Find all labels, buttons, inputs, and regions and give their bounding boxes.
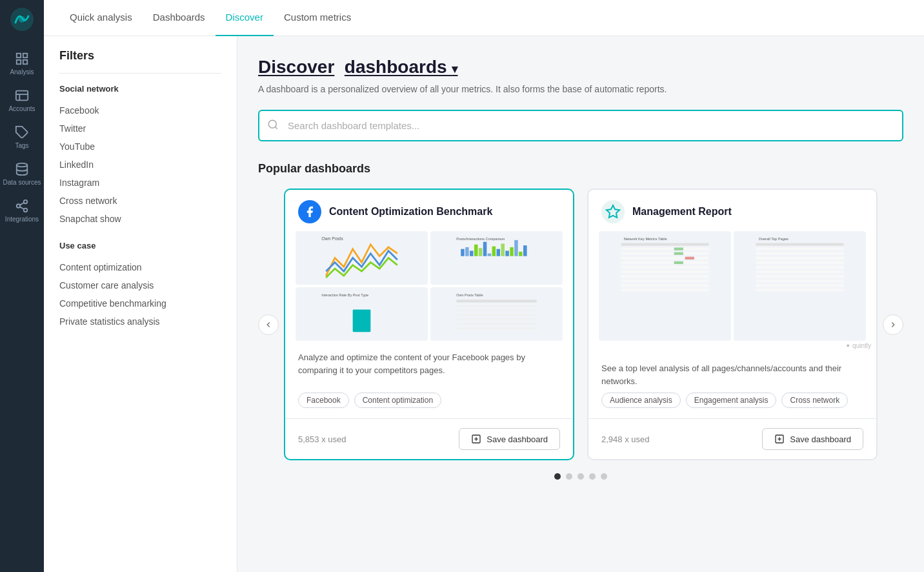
filter-competitive[interactable]: Competitive benchmarking: [59, 294, 221, 312]
carousel-next-button[interactable]: [883, 314, 903, 335]
card-description: Analyze and optimize the content of your…: [285, 341, 573, 393]
svg-rect-26: [488, 254, 492, 256]
card-footer: 2,948 x used Save dashboard: [588, 418, 876, 459]
filter-instagram[interactable]: Instagram: [59, 174, 221, 192]
svg-rect-56: [621, 271, 709, 273]
svg-text:Interaction Rate By Post Type: Interaction Rate By Post Type: [321, 293, 368, 297]
svg-point-1: [19, 16, 25, 23]
svg-rect-51: [621, 248, 709, 250]
filter-twitter[interactable]: Twitter: [59, 119, 221, 138]
dot-3[interactable]: [578, 473, 584, 480]
svg-rect-63: [685, 257, 694, 260]
card-description: See a top level analysis of all pages/ch…: [588, 352, 876, 393]
app-logo[interactable]: [9, 6, 35, 32]
svg-rect-61: [674, 248, 683, 250]
card-tags: Facebook Content optimization: [285, 393, 573, 418]
main-area: Quick analysis Dashboards Discover Custo…: [44, 0, 924, 572]
svg-rect-57: [621, 275, 709, 278]
svg-text:Own Posts: Own Posts: [321, 236, 343, 241]
filter-content-optimization[interactable]: Content optimization: [59, 258, 221, 276]
svg-rect-68: [756, 252, 844, 255]
carousel-prev-button[interactable]: [258, 314, 279, 335]
svg-rect-32: [514, 240, 518, 256]
carousel-dots: [258, 473, 903, 480]
filter-title: Filters: [59, 49, 221, 63]
svg-marker-48: [607, 205, 619, 218]
sidebar-item-integrations[interactable]: Integrations: [0, 192, 44, 229]
svg-point-13: [24, 209, 28, 212]
tag-audience-analysis[interactable]: Audience analysis: [601, 393, 681, 408]
svg-rect-28: [497, 249, 501, 256]
card-title: Content Optimization Benchmark: [329, 206, 492, 218]
dot-2[interactable]: [566, 473, 572, 480]
search-input[interactable]: [258, 110, 903, 141]
dot-5[interactable]: [601, 473, 607, 480]
sidebar-item-label: Accounts: [8, 105, 35, 112]
svg-line-17: [275, 127, 277, 128]
svg-rect-40: [456, 310, 537, 312]
sidebar-item-label: Tags: [15, 142, 28, 149]
svg-rect-53: [621, 257, 709, 260]
filter-cross-network[interactable]: Cross network: [59, 192, 221, 210]
tag-engagement-analysis[interactable]: Engagement analysis: [686, 393, 777, 408]
filter-divider: [59, 73, 221, 74]
dot-1[interactable]: [554, 473, 561, 480]
svg-rect-60: [621, 289, 709, 291]
search-container: [258, 110, 903, 141]
svg-rect-21: [465, 247, 469, 256]
tab-dashboards[interactable]: Dashboards: [143, 0, 216, 36]
svg-rect-41: [456, 314, 537, 316]
svg-rect-54: [621, 261, 709, 264]
page-title: Discover dashboards ▾: [258, 57, 903, 77]
carousel: Content Optimization Benchmark Own Posts: [258, 189, 903, 460]
right-panel: Discover dashboards ▾ A dashboard is a p…: [237, 36, 924, 572]
svg-rect-31: [510, 247, 514, 256]
svg-rect-25: [483, 242, 487, 256]
tag-cross-network[interactable]: Cross network: [781, 393, 848, 408]
tag-facebook[interactable]: Facebook: [298, 393, 349, 408]
tab-discover[interactable]: Discover: [216, 0, 274, 36]
svg-rect-27: [492, 247, 496, 256]
sidebar-item-tags[interactable]: Tags: [0, 119, 44, 156]
sidebar-item-label: Analysis: [10, 68, 34, 76]
filter-customer-care[interactable]: Customer care analysis: [59, 276, 221, 294]
svg-point-12: [17, 204, 21, 208]
svg-text:Posts/Interactions Comparison: Posts/Interactions Comparison: [456, 237, 505, 241]
save-dashboard-button[interactable]: Save dashboard: [459, 428, 560, 450]
svg-rect-59: [621, 284, 709, 287]
preview-chart-2: Posts/Interactions Comparison: [430, 231, 563, 285]
dot-4[interactable]: [589, 473, 596, 480]
filter-youtube[interactable]: YouTube: [59, 138, 221, 156]
svg-rect-70: [756, 261, 844, 264]
tag-content-optimization[interactable]: Content optimization: [354, 393, 441, 408]
svg-rect-42: [456, 318, 537, 320]
svg-rect-75: [756, 284, 844, 287]
svg-rect-64: [674, 261, 683, 264]
title-prefix: Discover: [258, 57, 334, 77]
filter-linkedin[interactable]: LinkedIn: [59, 156, 221, 174]
content-area: Filters Social network Facebook Twitter …: [44, 36, 924, 572]
sidebar-item-data-sources[interactable]: Data sources: [0, 156, 44, 192]
svg-point-11: [24, 200, 28, 204]
save-dashboard-button-2[interactable]: Save dashboard: [762, 428, 863, 450]
card-header: Content Optimization Benchmark: [285, 190, 573, 231]
tab-quick-analysis[interactable]: Quick analysis: [59, 0, 143, 36]
svg-rect-73: [756, 275, 844, 278]
card-logo-facebook: [298, 200, 321, 223]
tab-custom-metrics[interactable]: Custom metrics: [274, 0, 361, 36]
sidebar-item-analysis[interactable]: Analysis: [0, 45, 44, 82]
card-logo-management: [601, 200, 625, 223]
filter-facebook[interactable]: Facebook: [59, 101, 221, 119]
carousel-cards: Content Optimization Benchmark Own Posts: [284, 189, 878, 460]
sidebar-item-label: Integrations: [5, 216, 39, 223]
svg-rect-69: [756, 257, 844, 260]
card-management-report: Management Report Network Key Metrics Ta…: [587, 189, 878, 460]
sidebar-item-accounts[interactable]: Accounts: [0, 82, 44, 119]
search-icon: [267, 119, 279, 133]
filter-snapchat[interactable]: Snapchat show: [59, 210, 221, 228]
svg-rect-3: [23, 54, 27, 57]
title-dropdown[interactable]: dashboards ▾: [345, 57, 457, 77]
filter-private-stats[interactable]: Private statistics analysis: [59, 312, 221, 331]
top-nav: Quick analysis Dashboards Discover Custo…: [44, 0, 924, 36]
used-count: 2,948 x used: [601, 434, 649, 444]
